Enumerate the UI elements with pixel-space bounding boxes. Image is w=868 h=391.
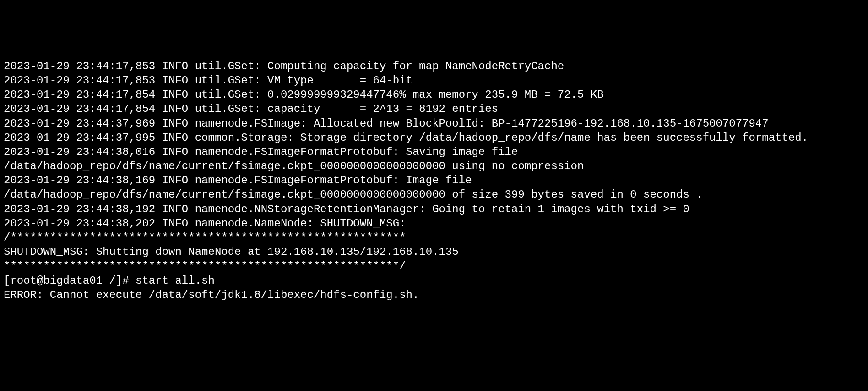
log-line: /***************************************… bbox=[4, 231, 864, 245]
log-line: 2023-01-29 23:44:38,169 INFO namenode.FS… bbox=[4, 173, 864, 202]
error-line: ERROR: Cannot execute /data/soft/jdk1.8/… bbox=[4, 288, 864, 302]
log-line: ****************************************… bbox=[4, 259, 864, 273]
log-line: 2023-01-29 23:44:38,202 INFO namenode.Na… bbox=[4, 216, 864, 231]
log-line: SHUTDOWN_MSG: Shutting down NameNode at … bbox=[4, 245, 864, 259]
shell-prompt: [root@bigdata01 /]# bbox=[4, 275, 136, 287]
log-line: 2023-01-29 23:44:38,192 INFO namenode.NN… bbox=[4, 202, 864, 216]
log-line: 2023-01-29 23:44:37,969 INFO namenode.FS… bbox=[4, 116, 864, 131]
log-line: 2023-01-29 23:44:17,853 INFO util.GSet: … bbox=[4, 73, 864, 88]
log-line: 2023-01-29 23:44:38,016 INFO namenode.FS… bbox=[4, 145, 864, 173]
log-line: 2023-01-29 23:44:37,995 INFO common.Stor… bbox=[4, 131, 864, 145]
log-line: 2023-01-29 23:44:17,854 INFO util.GSet: … bbox=[4, 88, 864, 102]
terminal-output[interactable]: 2023-01-29 23:44:17,853 INFO util.GSet: … bbox=[4, 59, 864, 302]
log-line: 2023-01-29 23:44:17,854 INFO util.GSet: … bbox=[4, 102, 864, 116]
command-input[interactable]: start-all.sh bbox=[136, 275, 215, 287]
log-line: 2023-01-29 23:44:17,853 INFO util.GSet: … bbox=[4, 59, 864, 73]
